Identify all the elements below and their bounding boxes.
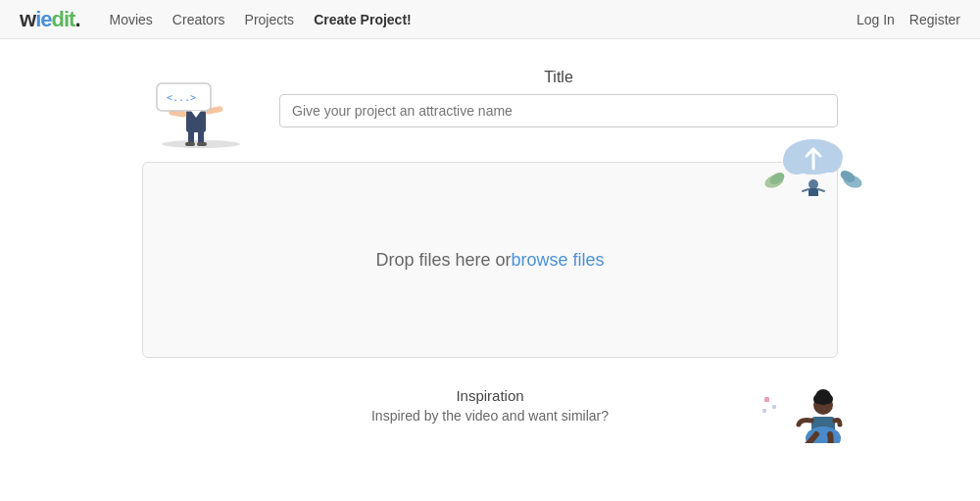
top-section: <...> Title (142, 59, 838, 152)
person-sitting-illustration (760, 377, 848, 443)
drop-zone-wrapper: Drop files here or browse files (142, 162, 838, 358)
drop-zone[interactable]: Drop files here or browse files (142, 162, 838, 358)
svg-rect-5 (198, 130, 204, 144)
svg-text:<...>: <...> (167, 92, 196, 103)
svg-rect-27 (764, 397, 769, 402)
cloud-upload-illustration (760, 118, 867, 196)
browse-files-link[interactable]: browse files (512, 250, 605, 271)
nav-create-project[interactable]: Create Project! (314, 12, 412, 27)
svg-point-21 (808, 179, 818, 189)
inspiration-title: Inspiration (142, 387, 838, 404)
person-coding-illustration: <...> (142, 64, 260, 152)
main-content: <...> Title (122, 39, 858, 443)
svg-point-19 (818, 149, 842, 173)
title-input[interactable] (279, 94, 838, 127)
login-link[interactable]: Log In (857, 12, 895, 27)
drop-zone-text: Drop files here or (375, 250, 511, 271)
navbar: wiedit. Movies Creators Projects Create … (0, 0, 980, 39)
svg-line-24 (818, 189, 824, 191)
nav-links: Movies Creators Projects Create Project! (110, 12, 857, 27)
svg-point-18 (783, 147, 810, 175)
inspiration-subtitle: Inspired by the video and want similar? (142, 408, 838, 424)
svg-rect-7 (197, 142, 207, 146)
svg-rect-4 (188, 130, 194, 144)
nav-creators[interactable]: Creators (172, 12, 225, 27)
svg-point-32 (813, 394, 823, 404)
nav-right: Log In Register (857, 12, 960, 27)
svg-rect-29 (762, 409, 766, 413)
logo[interactable]: wiedit. (20, 7, 80, 32)
nav-projects[interactable]: Projects (245, 12, 295, 27)
inspiration-text: Inspiration Inspired by the video and wa… (142, 377, 838, 424)
inspiration-section: Inspiration Inspired by the video and wa… (142, 377, 838, 424)
nav-movies[interactable]: Movies (110, 12, 153, 27)
svg-point-33 (823, 394, 833, 404)
svg-rect-22 (808, 188, 818, 196)
svg-rect-28 (772, 405, 776, 409)
svg-rect-6 (185, 142, 195, 146)
title-area: Title (279, 59, 838, 127)
title-label: Title (279, 69, 838, 86)
svg-line-23 (803, 189, 808, 191)
register-link[interactable]: Register (909, 12, 960, 27)
